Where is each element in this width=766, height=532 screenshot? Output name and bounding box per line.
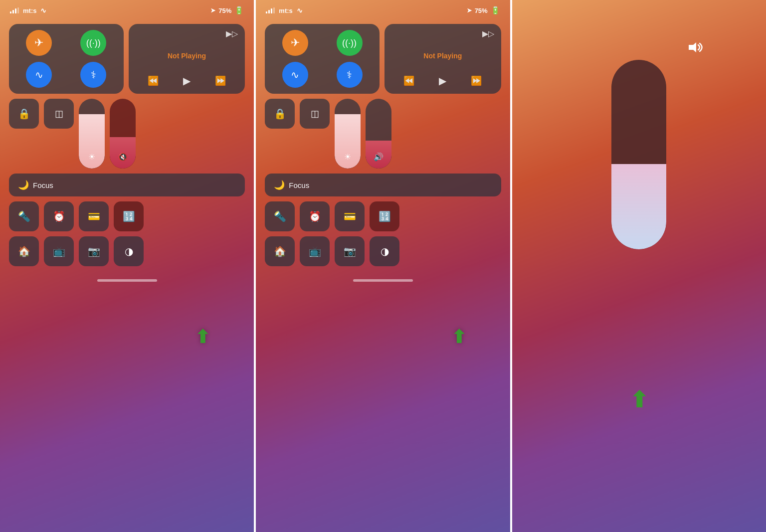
alarm-btn-1[interactable]: ⏰ bbox=[44, 201, 74, 231]
battery-icon-1: 🔋 bbox=[234, 6, 244, 15]
panel-2: mt:s ∿ ➤ 75% 🔋 ✈ ((·)) ∿ ⚕ bbox=[256, 0, 510, 532]
camera-btn-2[interactable]: 📷 bbox=[335, 236, 365, 266]
cellular-icon-2: ((·)) bbox=[342, 38, 357, 48]
network-grid-2: ✈ ((·)) ∿ ⚕ bbox=[265, 24, 380, 94]
brightness-slider-2[interactable]: ☀ bbox=[335, 99, 361, 169]
panel-1: mt:s ∿ ➤ 75% 🔋 ✈ ((·)) ∿ ⚕ bbox=[0, 0, 254, 532]
accessibility-btn-2[interactable]: ◑ bbox=[370, 236, 399, 266]
location-icon-1: ➤ bbox=[210, 7, 215, 14]
volume-slider-2[interactable]: 🔊 bbox=[366, 99, 391, 169]
home-btn-1[interactable]: 🏠 bbox=[9, 236, 39, 266]
airplane-toggle-1[interactable]: ✈ bbox=[26, 30, 52, 56]
volume-hud-icon bbox=[686, 40, 706, 58]
screen-mirror-btn-2[interactable]: ◫ bbox=[300, 99, 330, 129]
wallet-icon-1: 💳 bbox=[88, 210, 100, 222]
mirror-icon-1: ◫ bbox=[55, 108, 63, 119]
airplay-icon-2[interactable]: ▶▷ bbox=[482, 29, 494, 38]
home-bar-1 bbox=[97, 279, 157, 282]
icon-row-1a: 🔦 ⏰ 💳 🔢 bbox=[9, 201, 245, 231]
brightness-icon-1: ☀ bbox=[88, 152, 95, 162]
accessibility-icon-1: ◑ bbox=[125, 245, 133, 257]
network-grid-1: ✈ ((·)) ∿ ⚕ bbox=[9, 24, 124, 94]
wallet-icon-2: 💳 bbox=[344, 210, 356, 222]
flashlight-btn-2[interactable]: 🔦 bbox=[265, 201, 295, 231]
volume-top-fill bbox=[611, 60, 666, 164]
airplane-toggle-2[interactable]: ✈ bbox=[282, 30, 308, 56]
focus-label-1: Focus bbox=[33, 181, 53, 189]
np-title-2: Not Playing bbox=[391, 48, 494, 64]
cellular-toggle-2[interactable]: ((·)) bbox=[337, 30, 363, 56]
bluetooth-toggle-2[interactable]: ⚕ bbox=[337, 62, 363, 88]
volume-slider-large[interactable] bbox=[611, 60, 666, 249]
second-row-1: 🔒 ◫ ☀ 🔇 bbox=[9, 99, 245, 169]
bluetooth-icon-1: ⚕ bbox=[91, 69, 96, 81]
accessibility-icon-2: ◑ bbox=[381, 245, 389, 257]
focus-btn-1[interactable]: 🌙 Focus bbox=[9, 174, 245, 196]
bluetooth-toggle-1[interactable]: ⚕ bbox=[80, 62, 106, 88]
wifi-btn-icon-2: ∿ bbox=[291, 69, 299, 81]
remote-btn-1[interactable]: 📺 bbox=[44, 236, 74, 266]
calculator-btn-1[interactable]: 🔢 bbox=[114, 201, 144, 231]
status-bar-2: mt:s ∿ ➤ 75% 🔋 bbox=[256, 0, 510, 19]
rewind-btn-2[interactable]: ⏪ bbox=[403, 75, 414, 86]
second-row-2: 🔒 ◫ ☀ 🔊 bbox=[265, 99, 501, 169]
signal-bars-1 bbox=[10, 7, 19, 13]
focus-label-2: Focus bbox=[289, 181, 309, 189]
cellular-icon-1: ((·)) bbox=[86, 38, 101, 48]
arrow-panel-1: ⬆ bbox=[195, 327, 210, 348]
brightness-icon-2: ☀ bbox=[344, 152, 351, 162]
remote-btn-2[interactable]: 📺 bbox=[300, 236, 330, 266]
volume-hud bbox=[611, 60, 666, 249]
volume-bottom-fill bbox=[611, 164, 666, 249]
wallet-btn-2[interactable]: 💳 bbox=[335, 201, 365, 231]
now-playing-1: ▶▷ Not Playing ⏪ ▶ ⏩ bbox=[129, 24, 245, 94]
calculator-btn-2[interactable]: 🔢 bbox=[370, 201, 399, 231]
np-header-1: ▶▷ bbox=[136, 29, 238, 38]
status-right-2: ➤ 75% 🔋 bbox=[467, 6, 500, 15]
wifi-toggle-1[interactable]: ∿ bbox=[26, 62, 52, 88]
np-header-2: ▶▷ bbox=[391, 29, 494, 38]
wifi-toggle-2[interactable]: ∿ bbox=[282, 62, 308, 88]
alarm-btn-2[interactable]: ⏰ bbox=[300, 201, 330, 231]
play-btn-2[interactable]: ▶ bbox=[439, 75, 446, 87]
focus-btn-2[interactable]: 🌙 Focus bbox=[265, 174, 501, 196]
wallet-btn-1[interactable]: 💳 bbox=[79, 201, 109, 231]
rewind-btn-1[interactable]: ⏪ bbox=[148, 75, 159, 86]
top-row-1: ✈ ((·)) ∿ ⚕ ▶▷ Not Playing ⏪ bbox=[9, 24, 245, 94]
screen-rotation-btn-1[interactable]: 🔒 bbox=[9, 99, 39, 129]
remote-icon-2: 📺 bbox=[309, 245, 321, 257]
wifi-icon-2: ∿ bbox=[297, 6, 303, 14]
camera-btn-1[interactable]: 📷 bbox=[79, 236, 109, 266]
home-btn-2[interactable]: 🏠 bbox=[265, 236, 295, 266]
wifi-btn-icon-1: ∿ bbox=[35, 69, 43, 81]
flashlight-btn-1[interactable]: 🔦 bbox=[9, 201, 39, 231]
fast-forward-btn-2[interactable]: ⏩ bbox=[471, 75, 482, 86]
play-btn-1[interactable]: ▶ bbox=[183, 75, 191, 87]
flashlight-icon-1: 🔦 bbox=[18, 210, 30, 222]
status-left-1: mt:s ∿ bbox=[10, 6, 46, 14]
battery-icon-2: 🔋 bbox=[491, 6, 500, 15]
moon-icon-2: 🌙 bbox=[274, 179, 285, 190]
airplane-icon-1: ✈ bbox=[34, 36, 43, 49]
carrier-2: mt:s bbox=[279, 7, 292, 14]
brightness-slider-1[interactable]: ☀ bbox=[79, 99, 105, 169]
focus-row-2: 🌙 Focus bbox=[265, 174, 501, 196]
screen-rotation-btn-2[interactable]: 🔒 bbox=[265, 99, 295, 129]
sliders-area-1: ☀ 🔇 bbox=[79, 99, 245, 169]
flashlight-icon-2: 🔦 bbox=[274, 210, 286, 222]
calculator-icon-1: 🔢 bbox=[123, 210, 135, 222]
mirror-icon-2: ◫ bbox=[311, 108, 319, 119]
accessibility-btn-1[interactable]: ◑ bbox=[114, 236, 144, 266]
signal-bars-2 bbox=[266, 7, 275, 13]
airplay-icon-1[interactable]: ▶▷ bbox=[226, 29, 238, 38]
battery-pct-1: 75% bbox=[218, 7, 231, 14]
screen-mirror-btn-1[interactable]: ◫ bbox=[44, 99, 74, 129]
arrow-panel-3: ⬆ bbox=[630, 387, 648, 412]
remote-icon-1: 📺 bbox=[53, 245, 65, 257]
fast-forward-btn-1[interactable]: ⏩ bbox=[215, 75, 226, 86]
home-icon-1: 🏠 bbox=[18, 245, 30, 257]
status-right-1: ➤ 75% 🔋 bbox=[210, 6, 244, 15]
cellular-toggle-1[interactable]: ((·)) bbox=[80, 30, 106, 56]
icon-row-2b: 🏠 📺 📷 ◑ bbox=[265, 236, 501, 266]
volume-slider-1[interactable]: 🔇 bbox=[110, 99, 136, 169]
